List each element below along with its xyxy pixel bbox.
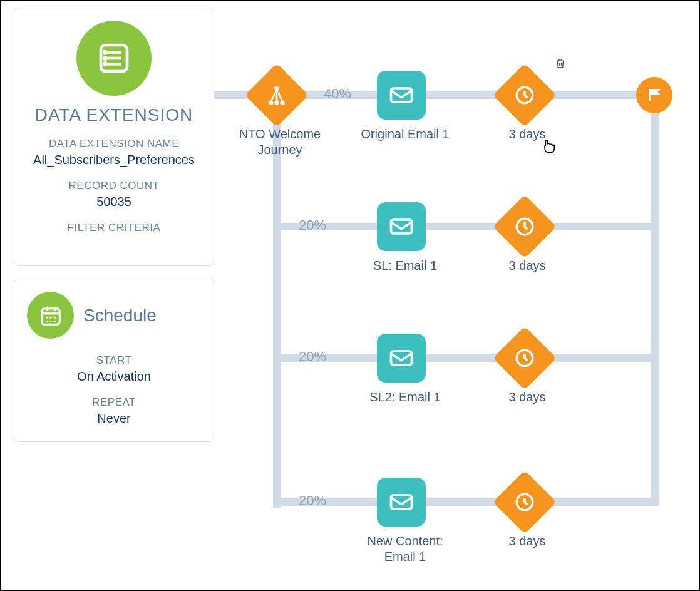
svg-point-4: [104, 51, 106, 53]
wait-node-label: 3 days: [490, 126, 565, 142]
data-extension-title: DATA EXTENSION: [27, 105, 201, 125]
calendar-icon: [27, 292, 74, 339]
de-name-value: All_Subscribers_Preferences: [27, 153, 201, 167]
data-extension-card[interactable]: DATA EXTENSION DATA EXTENSION NAME All_S…: [14, 8, 214, 266]
email-node-label: SL2: Email 1: [358, 389, 452, 405]
branch-percent: 20%: [299, 493, 326, 509]
branch-percent: 40%: [324, 86, 351, 102]
list-icon: [76, 21, 152, 96]
svg-point-12: [49, 316, 51, 318]
email-activity-node[interactable]: [377, 71, 426, 120]
email-activity-node[interactable]: [377, 202, 426, 251]
connector: [651, 95, 659, 506]
connector: [277, 354, 659, 362]
svg-point-16: [53, 320, 55, 322]
schedule-repeat-label: REPEAT: [27, 396, 201, 409]
svg-point-5: [104, 57, 106, 59]
svg-point-13: [53, 316, 55, 318]
connector: [277, 498, 659, 506]
de-record-count-value: 50035: [27, 195, 201, 209]
wait-activity-node[interactable]: [502, 204, 547, 249]
svg-point-17: [270, 101, 273, 105]
branch-percent: 20%: [299, 349, 326, 365]
schedule-repeat-value: Never: [27, 411, 201, 426]
de-filter-criteria-label: FILTER CRITERIA: [27, 222, 201, 234]
email-node-label: SL: Email 1: [358, 258, 452, 274]
journey-end-node[interactable]: [636, 77, 672, 113]
svg-rect-27: [391, 351, 412, 365]
connector: [277, 223, 659, 230]
wait-activity-node[interactable]: [502, 73, 547, 118]
svg-point-14: [46, 320, 48, 322]
schedule-start-label: START: [27, 354, 201, 367]
svg-rect-25: [391, 220, 412, 234]
schedule-title: Schedule: [83, 306, 157, 326]
svg-point-6: [104, 63, 106, 65]
email-activity-node[interactable]: [377, 334, 426, 383]
svg-rect-20: [391, 88, 412, 102]
email-node-label: Original Email 1: [358, 126, 452, 142]
svg-rect-29: [391, 495, 412, 509]
journey-canvas[interactable]: NTO Welcome Journey 40% Original Email 1…: [214, 1, 699, 590]
email-activity-node[interactable]: [377, 478, 426, 527]
wait-node-label: 3 days: [490, 533, 565, 549]
schedule-start-value: On Activation: [27, 369, 201, 384]
svg-point-11: [46, 316, 48, 318]
path-optimizer-node[interactable]: [254, 73, 299, 118]
email-node-label: New Content: Email 1: [355, 533, 455, 565]
de-name-label: DATA EXTENSION NAME: [27, 138, 201, 150]
wait-activity-node[interactable]: [502, 480, 547, 525]
wait-activity-node[interactable]: [502, 336, 547, 381]
wait-node-label: 3 days: [490, 389, 565, 405]
wait-node-label: 3 days: [490, 258, 565, 274]
svg-point-15: [49, 320, 51, 322]
trash-icon[interactable]: [555, 58, 566, 71]
de-record-count-label: RECORD COUNT: [27, 180, 201, 192]
branch-percent: 20%: [299, 217, 326, 234]
schedule-card[interactable]: Schedule START On Activation REPEAT Neve…: [14, 279, 214, 442]
svg-point-18: [281, 101, 284, 105]
split-node-label: NTO Welcome Journey: [233, 126, 327, 158]
